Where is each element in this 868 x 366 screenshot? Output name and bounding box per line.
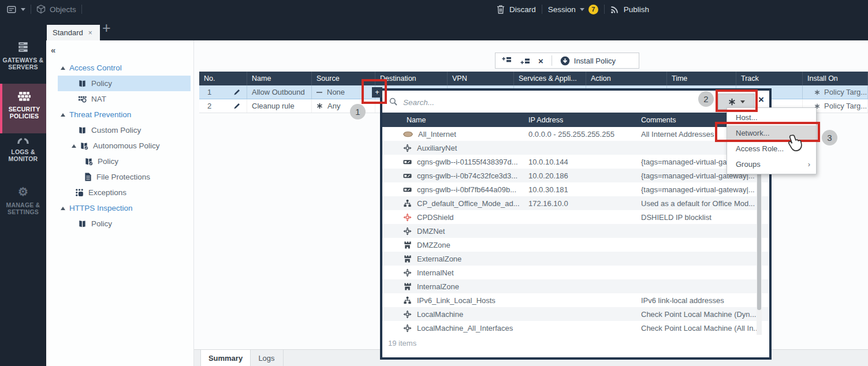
delete-rule-icon[interactable]: × — [538, 56, 543, 66]
object-row[interactable]: CPDShield DSHIELD IP blocklist — [382, 210, 769, 224]
column-header-no[interactable]: No. — [199, 72, 247, 85]
rule-source-cell[interactable]: Any — [312, 99, 375, 113]
exceptions-icon — [75, 188, 84, 197]
cube-icon — [36, 5, 46, 14]
object-picker-popup: × Name IP Address Comments All_Internet … — [380, 88, 772, 360]
edit-pencil-icon[interactable] — [233, 88, 241, 96]
policy-tree-panel: « Access Control Policy NAT Threat Preve… — [46, 40, 193, 366]
divider — [552, 55, 552, 66]
object-row[interactable]: DMZNet — [382, 224, 769, 238]
object-row[interactable]: IPv6_Link_Local_Hosts IPv6 link-local ad… — [382, 293, 769, 307]
tree-item-autonomous-policy-policy[interactable]: Policy — [46, 154, 193, 169]
column-header-vpn[interactable]: VPN — [448, 72, 514, 85]
tree-section-threat-prevention[interactable]: Threat Prevention — [46, 107, 193, 122]
picker-column-name[interactable]: Name — [382, 113, 524, 127]
object-row[interactable]: DMZZone — [382, 238, 769, 252]
tab-logs[interactable]: Logs — [250, 350, 284, 366]
column-header-name[interactable]: Name — [247, 72, 312, 85]
rulebase-toolbar: × Install Policy — [495, 53, 639, 69]
session-label: Session — [548, 5, 576, 14]
object-row[interactable]: cgns-gwlb--i-01155f438397d... 10.0.10.14… — [382, 155, 769, 169]
object-name: LocalMachine_All_Interfaces — [417, 324, 513, 333]
column-header-source[interactable]: Source — [312, 72, 375, 85]
rule-source-cell[interactable]: None — [312, 85, 375, 99]
object-row[interactable]: InternalNet — [382, 266, 769, 279]
object-name: All_Internet — [418, 130, 456, 139]
sidebar-item-security-policies[interactable]: SECURITY POLICIES — [0, 84, 46, 133]
publish-button[interactable]: Publish — [610, 5, 649, 14]
edit-pencil-icon[interactable] — [233, 102, 241, 110]
object-row[interactable]: ExternalZone — [382, 252, 769, 266]
gateway-icon — [403, 185, 412, 194]
search-icon — [389, 98, 397, 106]
collapse-panel-button[interactable]: « — [51, 45, 54, 55]
object-name: CPDShield — [417, 213, 454, 222]
tree-section-autonomous-policy[interactable]: Autonomous Policy — [46, 138, 193, 154]
tab-standard[interactable]: Standard × — [47, 25, 100, 40]
column-header-action[interactable]: Action — [586, 72, 667, 85]
menu-item-host[interactable]: Host... — [727, 110, 816, 125]
add-source-plus-button[interactable]: + — [372, 87, 382, 98]
column-header-services[interactable]: Services & Appli... — [514, 72, 586, 85]
object-row[interactable]: CP_default_Office_Mode_ad... 172.16.10.0… — [382, 196, 769, 210]
tree-item-exceptions[interactable]: Exceptions — [46, 185, 193, 200]
tree-item-policy-selected[interactable]: Policy — [58, 76, 191, 91]
app-menu-icon — [7, 5, 18, 14]
collapse-arrow-icon — [61, 207, 65, 210]
tab-summary[interactable]: Summary — [200, 350, 251, 366]
object-row[interactable]: InternalZone — [382, 279, 769, 293]
item-count-label: 19 items — [388, 339, 416, 348]
tree-item-nat[interactable]: NAT — [46, 91, 193, 107]
object-row[interactable]: AuxiliaryNet — [382, 141, 769, 155]
network-red-icon — [403, 213, 412, 222]
add-rule-above-icon[interactable] — [501, 57, 512, 65]
object-comments: Check Point Local Machine (All In... — [636, 324, 769, 333]
any-asterisk-icon — [814, 89, 820, 95]
tree-section-access-control[interactable]: Access Control — [46, 60, 193, 76]
object-row[interactable]: cgns-gwlb--i-0bf7fb644a09b... 10.0.30.18… — [382, 182, 769, 196]
object-name: AuxiliaryNet — [417, 144, 457, 152]
tree-item-file-protections[interactable]: File Protections — [46, 169, 193, 185]
column-header-destination[interactable]: Destination — [375, 72, 448, 85]
rule-install-on-cell[interactable]: Policy Targ... — [803, 85, 868, 99]
annotation-step-1-circle: 1 — [350, 104, 366, 119]
bricks-icon — [18, 92, 31, 102]
close-picker-button[interactable]: × — [758, 94, 764, 106]
object-row[interactable]: LocalMachine_All_Interfaces Check Point … — [382, 321, 769, 335]
rule-name-cell[interactable]: Allow Outbound — [247, 85, 312, 99]
picker-column-ip[interactable]: IP Address — [524, 113, 636, 127]
object-row[interactable]: All_Internet 0.0.0.0 - 255.255.255.255 A… — [382, 127, 769, 141]
session-button[interactable]: Session 7 — [548, 5, 598, 14]
policy-badge-icon — [80, 141, 88, 150]
objects-label: Objects — [50, 5, 76, 14]
gateway-icon — [403, 158, 412, 166]
install-policy-button[interactable]: Install Policy — [560, 56, 616, 66]
discard-button[interactable]: Discard — [497, 5, 536, 14]
object-row[interactable]: cgns-gwlb--i-0b74c32fce3d3... 10.0.20.18… — [382, 169, 769, 182]
object-name: DMZZone — [417, 241, 450, 249]
main-menu-button[interactable] — [7, 5, 25, 14]
menu-item-groups[interactable]: › Groups — [727, 156, 816, 172]
column-header-time[interactable]: Time — [667, 72, 736, 85]
object-row[interactable]: LocalMachine Check Point Local Machine (… — [382, 307, 769, 321]
new-tab-button[interactable]: + — [102, 20, 111, 36]
column-header-track[interactable]: Track — [736, 72, 803, 85]
column-header-install-on[interactable]: Install On — [803, 72, 868, 85]
network-icon — [403, 144, 412, 152]
tree-item-custom-policy[interactable]: Custom Policy — [46, 122, 193, 138]
annotation-step-2-circle: 2 — [698, 91, 714, 107]
object-name: CP_default_Office_Mode_ad... — [417, 199, 520, 208]
rule-name-cell[interactable]: Cleanup rule — [247, 99, 312, 113]
sidebar-item-manage-settings[interactable]: ⚙ MANAGE & SETTINGS — [0, 186, 46, 227]
tree-section-https-inspection[interactable]: HTTPS Inspection — [46, 200, 193, 216]
tree-item-https-policy[interactable]: Policy — [46, 216, 193, 231]
close-icon[interactable]: × — [88, 29, 92, 37]
file-icon — [84, 173, 92, 181]
search-input[interactable] — [402, 93, 676, 111]
sidebar-item-gateways-servers[interactable]: GATEWAYS & SERVERS — [0, 42, 46, 80]
objects-button[interactable]: Objects — [36, 5, 76, 14]
add-rule-below-icon[interactable] — [520, 57, 530, 65]
object-name: cgns-gwlb--i-0b74c32fce3d3... — [417, 171, 517, 180]
policy-book-icon — [78, 126, 87, 135]
sidebar-item-logs-monitor[interactable]: LOGS & MONITOR — [0, 137, 46, 178]
